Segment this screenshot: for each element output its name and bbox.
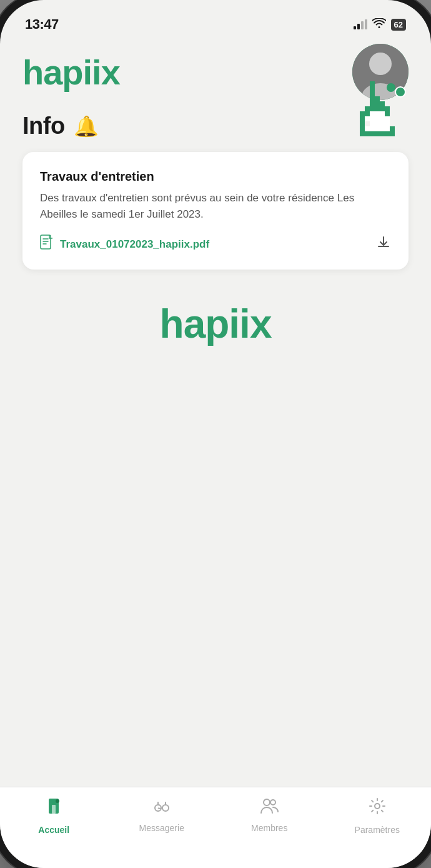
svg-rect-24 — [375, 106, 380, 111]
svg-point-47 — [387, 83, 395, 92]
svg-rect-5 — [370, 91, 375, 96]
svg-rect-50 — [52, 805, 56, 814]
svg-rect-6 — [370, 96, 375, 101]
svg-rect-27 — [375, 121, 380, 126]
svg-rect-14 — [365, 106, 370, 111]
svg-rect-36 — [375, 126, 380, 131]
svg-rect-29 — [380, 116, 385, 121]
svg-rect-38 — [385, 126, 390, 131]
svg-rect-9 — [375, 101, 380, 106]
svg-rect-16 — [360, 111, 365, 116]
info-card: Travaux d'entretien Des travaux d'entret… — [22, 152, 409, 270]
bottom-nav: Accueil Messagerie — [0, 787, 431, 868]
center-logo: hapiix — [22, 301, 409, 347]
svg-rect-23 — [370, 121, 375, 126]
svg-rect-15 — [365, 111, 370, 116]
center-logo-text: hapiix — [160, 301, 272, 346]
svg-rect-13 — [385, 111, 390, 116]
card-title: Travaux d'entretien — [40, 169, 391, 184]
download-icon[interactable] — [376, 235, 391, 255]
svg-rect-31 — [385, 116, 390, 121]
card-body: Des travaux d'entretien sont prévus au s… — [40, 190, 391, 222]
svg-point-53 — [162, 805, 169, 811]
svg-rect-28 — [380, 111, 385, 116]
svg-rect-34 — [365, 126, 370, 131]
status-icons: 62 — [354, 18, 406, 31]
svg-rect-4 — [370, 86, 375, 91]
bell-icon[interactable]: 🔔 — [74, 114, 99, 138]
messagerie-icon — [152, 796, 172, 819]
svg-rect-32 — [385, 121, 390, 126]
svg-rect-21 — [370, 111, 375, 116]
svg-rect-10 — [380, 101, 385, 106]
svg-rect-30 — [380, 121, 385, 126]
nav-label-messagerie: Messagerie — [139, 823, 184, 833]
nav-item-parametres[interactable]: Paramètres — [324, 796, 432, 835]
pdf-link[interactable]: Travaux_01072023_hapiix.pdf — [40, 235, 209, 255]
wifi-icon — [372, 18, 386, 31]
svg-rect-17 — [360, 116, 365, 121]
svg-rect-3 — [370, 81, 375, 86]
svg-rect-26 — [375, 116, 380, 121]
cursor-overlay — [346, 81, 409, 144]
svg-rect-18 — [360, 121, 365, 126]
svg-point-54 — [264, 799, 270, 805]
nav-item-accueil[interactable]: Accueil — [0, 796, 108, 835]
main-content: hapiix — [0, 38, 431, 787]
svg-point-56 — [375, 804, 380, 809]
svg-rect-39 — [390, 126, 395, 131]
signal-bars-icon — [354, 19, 367, 29]
app-logo: hapiix — [22, 52, 120, 93]
battery-icon: 62 — [391, 19, 406, 31]
nav-item-membres[interactable]: Membres — [216, 796, 324, 833]
svg-rect-33 — [360, 126, 365, 131]
svg-rect-37 — [380, 126, 385, 131]
svg-rect-19 — [365, 116, 370, 121]
svg-rect-44 — [380, 131, 385, 136]
svg-point-1 — [369, 53, 392, 75]
pdf-doc-icon — [40, 235, 54, 255]
nav-label-parametres: Paramètres — [355, 825, 400, 835]
home-icon — [44, 796, 64, 821]
nav-label-accueil: Accueil — [38, 825, 69, 835]
svg-rect-40 — [360, 131, 365, 136]
nav-item-messagerie[interactable]: Messagerie — [108, 796, 216, 833]
svg-rect-12 — [385, 106, 390, 111]
svg-rect-11 — [380, 106, 385, 111]
svg-rect-25 — [375, 111, 380, 116]
status-bar: 13:47 62 — [0, 0, 431, 38]
svg-rect-35 — [370, 126, 375, 131]
membres-icon — [259, 796, 279, 819]
svg-rect-46 — [390, 131, 395, 136]
phone-frame: 13:47 62 hapiix — [0, 0, 431, 868]
svg-point-51 — [56, 799, 59, 803]
nav-label-membres: Membres — [251, 823, 287, 833]
pdf-filename: Travaux_01072023_hapiix.pdf — [60, 238, 209, 251]
parametres-icon — [367, 796, 387, 821]
svg-rect-45 — [385, 131, 390, 136]
svg-rect-43 — [375, 131, 380, 136]
svg-rect-8 — [375, 96, 380, 101]
info-title: Info — [22, 113, 65, 139]
pdf-row: Travaux_01072023_hapiix.pdf — [40, 235, 391, 255]
status-time: 13:47 — [25, 16, 59, 33]
cursor-hand-icon — [346, 81, 402, 150]
svg-rect-7 — [370, 101, 375, 106]
svg-point-55 — [270, 800, 275, 805]
svg-rect-41 — [365, 131, 370, 136]
svg-rect-20 — [370, 106, 375, 111]
svg-rect-22 — [370, 116, 375, 121]
svg-rect-42 — [370, 131, 375, 136]
